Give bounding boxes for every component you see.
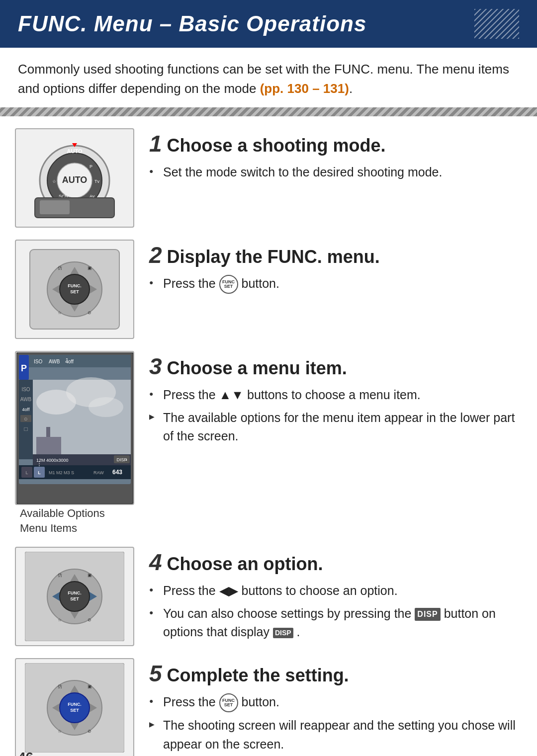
step-5-content: 5 Complete the setting. Press the FUNCSE… (149, 658, 527, 756)
svg-text:RAW: RAW (93, 470, 104, 475)
step-5-bullet-1: Press the FUNCSET button. (149, 693, 527, 712)
svg-text:⊘: ⊘ (88, 617, 91, 622)
svg-text:4̃off: 4̃off (65, 358, 74, 364)
page-container: FUNC. Menu – Basic Operations Commonly u… (0, 0, 537, 756)
step-4-bullets: Press the ◀▶ buttons to choose an option… (149, 582, 527, 642)
step-3-label-available: Available Options (15, 507, 134, 520)
step-4-title: Choose an option. (167, 554, 323, 575)
step-5-bullet1-text-after: button. (238, 695, 279, 709)
svg-text:L: L (25, 470, 28, 475)
svg-text:4off: 4off (22, 407, 29, 412)
step-3-bullet-1: Press the ▲▼ buttons to choose a menu it… (149, 386, 527, 405)
func-set-icon-2: FUNCSET (219, 693, 238, 712)
svg-text:▪: ▪ (126, 458, 127, 462)
svg-text:M1 M2 M3 S: M1 M2 M3 S (49, 470, 74, 475)
step-4-bullet2-text1: You can also choose settings by pressing… (163, 606, 415, 620)
step-4-number: 4 (149, 551, 162, 574)
svg-text:仿: 仿 (57, 684, 62, 689)
step-2-bullet-text-before: Press the (163, 276, 219, 290)
svg-text:仿: 仿 (57, 265, 62, 270)
step-3-available-options-label: Available Options (20, 507, 134, 520)
svg-text:☆: ☆ (58, 617, 62, 622)
header-graphic (474, 9, 519, 39)
step-4-header: 4 Choose an option. (149, 551, 527, 575)
step-5-row: FUNC. SET 仿 ▣ ☆ ⊘ 5 Complete the setting… (10, 658, 527, 756)
step-4-bullet2-text3: . (293, 625, 300, 639)
step-2-row: FUNC. SET 仿 ▣ ☆ ⊘ 2 Display the FUNC. me… (10, 240, 527, 339)
step-1-number: 1 (149, 132, 162, 155)
func-set-icon: FUNCSET (219, 275, 238, 294)
svg-text:P: P (20, 363, 26, 373)
svg-text:643: 643 (112, 469, 122, 476)
step-2-title: Display the FUNC. menu. (167, 247, 380, 267)
svg-rect-15 (40, 200, 70, 214)
step-2-content: 2 Display the FUNC. menu. Press the FUNC… (149, 240, 527, 298)
svg-rect-33 (29, 355, 131, 367)
step-4-image-col: FUNC. SET 仿 ▣ ☆ ⊘ (10, 547, 139, 646)
step-5-bullets: Press the FUNCSET button. The shooting s… (149, 693, 527, 754)
step-3-bullets: Press the ▲▼ buttons to choose a menu it… (149, 386, 527, 446)
svg-text:▣: ▣ (88, 265, 92, 270)
svg-text:P: P (90, 164, 92, 169)
step-2-header: 2 Display the FUNC. menu. (149, 244, 527, 267)
step-1-row: AUTO AUTO P Tv Av M SCN ☆ (10, 128, 527, 228)
step-2-bullet-1: Press the FUNCSET button. (149, 274, 527, 294)
step-5-bullet1-text-before: Press the (163, 695, 219, 709)
disp-badge-2: DISP (273, 628, 293, 638)
step-3-image-col: P ISO AWB 4̃off ISO AWB 4off (10, 351, 139, 535)
svg-text:ISO: ISO (34, 359, 42, 364)
svg-text:ISO: ISO (21, 387, 30, 392)
step-4-image: FUNC. SET 仿 ▣ ☆ ⊘ (15, 547, 134, 646)
step-3-image: P ISO AWB 4̃off ISO AWB 4off (15, 351, 134, 505)
step-3-number: 3 (149, 355, 162, 378)
svg-point-47 (89, 397, 123, 417)
step-5-header: 5 Complete the setting. (149, 662, 527, 686)
svg-text:AWB: AWB (49, 359, 60, 364)
step-2-bullet-text-after: button. (238, 276, 279, 290)
step-4-row: FUNC. SET 仿 ▣ ☆ ⊘ 4 Choose an option. (10, 547, 527, 646)
svg-text:⊘: ⊘ (88, 310, 91, 315)
step-3-bullet-2: The available options for the menu item … (149, 409, 527, 446)
step-3-content: 3 Choose a menu item. Press the ▲▼ butto… (149, 351, 527, 450)
intro-link: (pp. 130 – 131) (260, 81, 349, 96)
svg-text:SET: SET (70, 596, 79, 601)
svg-text:□: □ (24, 425, 27, 432)
svg-text:▣: ▣ (88, 573, 92, 578)
svg-text:FUNC.: FUNC. (68, 702, 82, 707)
step-2-image: FUNC. SET 仿 ▣ ☆ ⊘ (15, 240, 134, 339)
step-1-image: AUTO AUTO P Tv Av M SCN ☆ (15, 128, 134, 228)
step-3-image-wrapper: P ISO AWB 4̃off ISO AWB 4off (15, 351, 134, 535)
step-5-bullet-2: The shooting screen will reappear and th… (149, 716, 527, 754)
svg-text:SET: SET (70, 289, 79, 294)
svg-text:☆: ☆ (52, 179, 56, 184)
svg-text:⊙: ⊙ (24, 417, 28, 421)
step-2-bullets: Press the FUNCSET button. (149, 274, 527, 294)
svg-text:☆: ☆ (58, 310, 62, 315)
svg-text:12M 4000x3000: 12M 4000x3000 (36, 458, 69, 463)
step-3-row: P ISO AWB 4̃off ISO AWB 4off (10, 351, 527, 535)
content-area: AUTO AUTO P Tv Av M SCN ☆ (0, 128, 537, 756)
step-1-bullet-1: Set the mode switch to the desired shoot… (149, 163, 527, 182)
disp-badge-1: DISP (415, 608, 440, 621)
page-header: FUNC. Menu – Basic Operations (0, 0, 537, 48)
step-5-title: Complete the setting. (167, 665, 349, 686)
page-number: 46 (18, 750, 33, 756)
svg-text:⊘: ⊘ (88, 729, 91, 734)
svg-text:Tv: Tv (94, 179, 99, 184)
svg-text:FUNC.: FUNC. (68, 590, 82, 595)
svg-text:AWB: AWB (20, 397, 31, 402)
step-3-header: 3 Choose a menu item. (149, 355, 527, 379)
svg-text:AUTO: AUTO (67, 148, 83, 154)
step-3-menu-items-label: Menu Items (15, 522, 134, 535)
svg-text:AUTO: AUTO (62, 175, 88, 185)
step-4-content: 4 Choose an option. Press the ◀▶ buttons… (149, 547, 527, 646)
step-5-image-col: FUNC. SET 仿 ▣ ☆ ⊘ (10, 658, 139, 756)
step-4-bullet-2: You can also choose settings by pressing… (149, 604, 527, 642)
svg-text:L: L (38, 470, 41, 475)
step-1-bullets: Set the mode switch to the desired shoot… (149, 163, 527, 182)
page-title: FUNC. Menu – Basic Operations (18, 11, 366, 36)
svg-text:FUNC.: FUNC. (68, 283, 82, 288)
step-2-number: 2 (149, 244, 162, 266)
svg-rect-49 (36, 437, 61, 454)
step-1-header: 1 Choose a shooting mode. (149, 132, 527, 156)
